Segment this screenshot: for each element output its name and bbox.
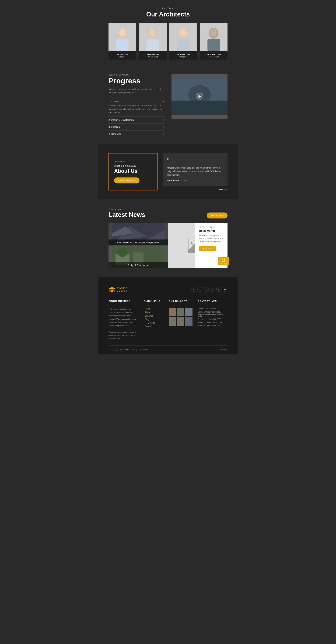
footer-design-by: Design By <box>219 348 228 350</box>
testimonials-title: About Us <box>114 168 152 174</box>
news-title: Latest News <box>108 211 145 218</box>
team-info-3: Jennifer Doe Designer <box>169 51 197 60</box>
link-arrow-icon: › <box>143 322 144 324</box>
date-day: 13 <box>220 259 227 262</box>
accordion-header-4[interactable]: 4. Handover ∨ <box>108 132 164 135</box>
progress-desc: Maecenas interdum libero elit, ac portti… <box>108 88 164 94</box>
testimonials-what-text: What our clients say <box>114 164 152 167</box>
accordion-header-3[interactable]: 3. Exection ∨ <box>108 126 164 128</box>
team-title: Our Architects <box>108 11 228 18</box>
footer-logo-text: interior DESIGN <box>117 286 127 292</box>
accordion-arrow-4: ∨ <box>163 132 164 135</box>
accordion-title-2: 2. Design & Development <box>108 118 134 121</box>
link-arrow-icon: › <box>143 326 144 328</box>
footer-brand-name: Interior <box>125 348 131 350</box>
gallery-thumb-3[interactable] <box>185 308 193 316</box>
footer-link-blog[interactable]: › Blog <box>143 318 163 320</box>
link-arrow-icon: › <box>143 312 144 314</box>
team-grid: Nicola Doe Designer Martin Doe Architect… <box>108 23 228 60</box>
social-youtube-icon[interactable]: ▶ <box>223 287 228 292</box>
news-right-column: POST BY : ADMIN Hello world! Welcome to … <box>168 223 228 268</box>
contact-email-row: E-mail: demo@iamm.com <box>198 321 228 324</box>
footer-col-gallery: OUR GALLERY <box>169 300 193 340</box>
accordion-item-3: 3. Exection ∨ <box>108 123 164 130</box>
footer-columns: ABOUT INTERIOR Pellentesque habitant mor… <box>108 300 228 340</box>
news-header-left: From the blog Latest News <box>108 208 145 218</box>
svg-rect-10 <box>207 39 220 51</box>
view-all-news-button[interactable]: View All News <box>207 212 228 218</box>
carousel-dot-3[interactable] <box>226 189 228 190</box>
footer-about-text1: Pellentesque habitant morbi tristique se… <box>108 308 138 327</box>
testimonials-label: Testimonials <box>114 160 152 163</box>
footer-link-home[interactable]: › Home <box>143 308 163 310</box>
footer-contact-info: Street 238,52 tempor Donec ultrices matt… <box>198 308 228 326</box>
testimonial-author: Nicola Doe Designer <box>167 179 223 182</box>
progress-right <box>172 74 228 119</box>
social-pinterest-icon[interactable]: p <box>216 287 221 292</box>
svg-point-8 <box>180 29 186 36</box>
post-by-label: POST BY : ADMIN <box>199 226 223 228</box>
news-grid: Proin laoreet massa in magna tristique m… <box>108 223 228 268</box>
team-photo-3 <box>169 23 197 51</box>
contact-email: demo@iamm.com <box>207 321 222 324</box>
social-linkedin-icon[interactable]: in <box>210 287 215 292</box>
testimonials-section: Testimonials What our clients say About … <box>98 144 238 199</box>
news-section: From the blog Latest News View All News … <box>98 199 238 277</box>
footer-contact-title: CONTACT INFO <box>198 300 228 302</box>
gallery-thumb-1[interactable] <box>169 308 176 316</box>
social-googleplus-icon[interactable]: g+ <box>204 287 209 292</box>
gallery-thumb-5[interactable] <box>177 317 184 326</box>
accordion-title-4: 4. Handover <box>108 132 121 135</box>
team-info-1: Nicola Doe Designer <box>108 51 136 60</box>
footer-link-rtl[interactable]: › RTL Tested <box>143 322 163 324</box>
view-all-testimonial-button[interactable]: View All Testimonial <box>114 178 139 184</box>
social-facebook-icon[interactable]: f <box>191 287 196 292</box>
carousel-dot-2[interactable] <box>224 189 225 190</box>
read-more-button[interactable]: Read More <box>199 246 216 251</box>
footer-link-services[interactable]: › Services <box>143 315 163 317</box>
gallery-thumb-6[interactable] <box>185 317 193 326</box>
footer-link-about[interactable]: › About Us <box>143 311 163 314</box>
contact-website: http://demo.com <box>207 324 221 326</box>
team-card-4: Jonathan Doe Architecture <box>200 23 228 60</box>
footer-col-quicklinks: QUICK LINKS › Home › About Us › Services… <box>143 300 163 340</box>
news-header: From the blog Latest News View All News <box>108 208 228 218</box>
accordion-body-1: Maecenas interdum libero elit, ac portti… <box>108 104 164 114</box>
footer-about-title: ABOUT INTERIOR <box>108 300 138 302</box>
carousel-dot-1[interactable] <box>219 189 223 190</box>
svg-point-23 <box>117 248 128 257</box>
contact-phone-label: Phone: <box>198 318 206 320</box>
contact-street2-row: Donec ultrices mattis nulla, suscipit ri… <box>198 311 228 317</box>
team-photo-4 <box>200 23 228 51</box>
contact-phone: +1 500 000 0000 <box>207 318 221 320</box>
accordion-header-1[interactable]: 1. Concept ∧ <box>108 100 164 103</box>
link-arrow-icon: › <box>143 308 144 310</box>
svg-rect-29 <box>111 290 113 292</box>
footer-link-contact[interactable]: › Contact <box>143 325 163 328</box>
team-photo-2 <box>139 23 167 51</box>
post-excerpt: Welcome to WordPress. This is your first… <box>199 234 223 243</box>
svg-point-2 <box>119 29 125 36</box>
gallery-thumb-4[interactable] <box>169 317 176 326</box>
footer-col-about: ABOUT INTERIOR Pellentesque habitant mor… <box>108 300 138 340</box>
footer-quicklinks-list: › Home › About Us › Services › Blog › <box>143 308 163 328</box>
contact-website-row: Website: http://demo.com <box>198 324 228 326</box>
quote-mark-icon: " <box>167 157 223 164</box>
footer-gallery-grid <box>169 308 193 326</box>
video-thumbnail[interactable] <box>172 74 228 119</box>
contact-street2: Donec ultrices mattis nulla, suscipit ri… <box>198 311 228 317</box>
accordion-item-4: 4. Handover ∨ <box>108 130 164 137</box>
news-image-bottom: Design & Development <box>108 246 168 268</box>
social-twitter-icon[interactable]: t <box>197 287 202 292</box>
news-image-top: Proin laoreet massa in magna tristique m… <box>108 223 168 246</box>
from-blog-text: From the blog <box>108 208 145 210</box>
footer-about-line <box>108 305 114 305</box>
carousel-dots <box>163 189 228 190</box>
svg-point-5 <box>150 29 156 36</box>
footer-logo-top: interior <box>117 286 127 290</box>
gallery-thumb-2[interactable] <box>177 308 184 316</box>
svg-point-11 <box>211 29 217 36</box>
accordion-header-2[interactable]: 2. Design & Development ∨ <box>108 118 164 121</box>
team-photo-1 <box>108 23 136 51</box>
logo-icon <box>108 286 115 293</box>
